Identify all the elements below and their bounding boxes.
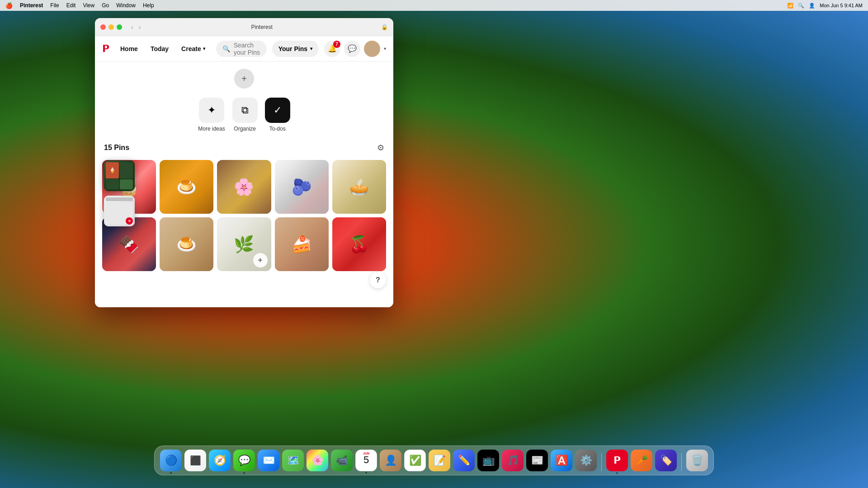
avatar-button[interactable]: [364, 41, 380, 57]
pin-image-10: 🍒: [349, 235, 369, 254]
plus-icon: +: [241, 74, 247, 84]
forward-button[interactable]: ›: [137, 23, 143, 32]
reminders-icon: ✅: [409, 455, 421, 466]
menu-window[interactable]: Window: [116, 2, 136, 9]
filter-button[interactable]: ⚙: [377, 143, 384, 153]
pins-header: 15 Pins ⚙: [95, 139, 393, 156]
menu-view[interactable]: View: [83, 2, 94, 9]
search-bar[interactable]: 🔍 Search your Pins: [216, 41, 267, 57]
dock-item-photos[interactable]: 🌸: [307, 450, 328, 471]
dock-item-contacts[interactable]: 👤: [380, 450, 401, 471]
dock-item-messages[interactable]: 💬: [233, 450, 255, 471]
more-ideas-button[interactable]: ✦: [199, 98, 224, 123]
pin-image-6: 🍫: [119, 235, 139, 254]
your-pins-label: Your Pins: [278, 45, 307, 52]
dock-item-notes[interactable]: 📝: [429, 450, 450, 471]
minimize-button[interactable]: [108, 24, 114, 30]
dock-item-reminders[interactable]: ✅: [404, 450, 426, 471]
dock-item-maps[interactable]: 🗺️: [282, 450, 304, 471]
pin-card[interactable]: 🍮: [160, 160, 213, 214]
freeform-icon: ✏️: [458, 455, 470, 466]
trash-icon: 🗑️: [691, 455, 703, 466]
menu-file[interactable]: File: [50, 2, 59, 9]
main-content: + ✦ More ideas ⧉ Organize ✓ To-dos: [95, 61, 393, 307]
apple-logo-icon[interactable]: 🍎: [5, 2, 13, 9]
pin-card[interactable]: 🌸: [217, 160, 271, 214]
plus-icon: +: [258, 256, 263, 265]
close-button[interactable]: [100, 24, 106, 30]
traffic-lights: [100, 24, 122, 30]
dock-item-freeform[interactable]: ✏️: [453, 450, 475, 471]
notes-icon: 📝: [434, 455, 446, 466]
search-icon[interactable]: 🔍: [798, 3, 804, 9]
browser-window: ‹ › Pinterest 🔒 𝗣 Home Today Create ▾ 🔍 …: [95, 18, 393, 307]
pricetag-icon: 🏷️: [660, 455, 672, 466]
profile-chevron-icon[interactable]: ▾: [384, 46, 386, 51]
your-pins-button[interactable]: Your Pins ▾: [272, 41, 319, 57]
today-link[interactable]: Today: [145, 42, 174, 56]
pin-card[interactable]: 🫐: [275, 160, 329, 214]
check-icon: ✓: [274, 104, 282, 116]
dock-item-appletv[interactable]: 📺: [477, 450, 499, 471]
dock-item-trash[interactable]: 🗑️: [686, 450, 708, 471]
pinterest-dock-icon: 𝗣: [613, 455, 621, 466]
pin-card[interactable]: 🍰: [275, 217, 329, 271]
pin-image-8: 🌿: [234, 235, 254, 254]
pin-image-5: 🥧: [349, 178, 369, 197]
dock-item-pinterest[interactable]: 𝗣: [606, 450, 628, 471]
dock-item-appstore[interactable]: 🅰️: [551, 450, 572, 471]
photos-icon: 🌸: [311, 455, 324, 466]
dock-item-music[interactable]: 🎵: [502, 450, 524, 471]
appletv-icon: 📺: [482, 455, 495, 466]
pin-card[interactable]: 🍮: [160, 217, 213, 271]
pinterest-dot: [616, 472, 618, 474]
notification-badge: 7: [333, 41, 340, 48]
search-placeholder: Search your Pins: [234, 42, 260, 56]
chevron-down-icon: ▾: [203, 46, 205, 51]
user-icon[interactable]: 👤: [809, 3, 815, 9]
back-button[interactable]: ‹: [129, 23, 135, 32]
pin-card[interactable]: 🍒: [332, 217, 386, 271]
facetime-icon: 📹: [336, 455, 348, 466]
home-link[interactable]: Home: [115, 42, 143, 56]
dock-item-safari[interactable]: 🧭: [209, 450, 231, 471]
todos-label: To-dos: [269, 126, 286, 132]
menu-edit[interactable]: Edit: [66, 2, 76, 9]
todos-button[interactable]: ✓: [265, 98, 290, 123]
add-pin-overlay-button[interactable]: +: [253, 253, 268, 267]
dock-item-launchpad[interactable]: ⬛: [184, 450, 206, 471]
dock-item-carrot[interactable]: 🥕: [631, 450, 652, 471]
dock-item-pricetag[interactable]: 🏷️: [655, 450, 677, 471]
pin-image-7: 🍮: [176, 235, 197, 254]
dock-item-finder[interactable]: 🔵: [160, 450, 182, 471]
dock-item-facetime[interactable]: 📹: [331, 450, 353, 471]
safari-icon: 🧭: [214, 455, 226, 466]
contacts-icon: 👤: [385, 455, 397, 466]
dock-item-syspreferences[interactable]: ⚙️: [575, 450, 597, 471]
menu-help[interactable]: Help: [143, 2, 154, 9]
organize-label: Organize: [234, 126, 256, 132]
messages-button[interactable]: 💬: [344, 41, 360, 57]
dock-item-news[interactable]: 📰: [526, 450, 548, 471]
dock-divider-2: [681, 453, 682, 471]
finder-icon: 🔵: [165, 455, 177, 466]
app-name[interactable]: Pinterest: [20, 2, 43, 9]
app-preview-1[interactable]: 🍦: [104, 160, 135, 191]
menu-go[interactable]: Go: [102, 2, 109, 9]
maximize-button[interactable]: [117, 24, 122, 30]
dock-item-mail[interactable]: ✉️: [258, 450, 279, 471]
pin-card[interactable]: 🥧: [332, 160, 386, 214]
add-pin-button[interactable]: +: [234, 69, 254, 89]
dock: 🔵 ⬛ 🧭 💬 ✉️ 🗺️ 🌸 📹 JUN 5 👤 ✅ 📝 ✏️ 📺: [154, 446, 714, 475]
syspreferences-icon: ⚙️: [580, 455, 592, 466]
app-preview-2[interactable]: ✕: [104, 196, 135, 226]
sparkle-icon: ✦: [208, 104, 216, 116]
pinterest-logo[interactable]: 𝗣: [102, 43, 109, 55]
organize-button[interactable]: ⧉: [232, 98, 258, 123]
notifications-button[interactable]: 🔔 7: [324, 41, 340, 57]
create-link[interactable]: Create ▾: [176, 42, 211, 56]
pin-image-2: 🍮: [176, 178, 197, 197]
help-button[interactable]: ?: [370, 272, 386, 288]
dock-item-calendar[interactable]: JUN 5: [355, 450, 377, 471]
pin-card[interactable]: 🌿 +: [217, 217, 271, 271]
